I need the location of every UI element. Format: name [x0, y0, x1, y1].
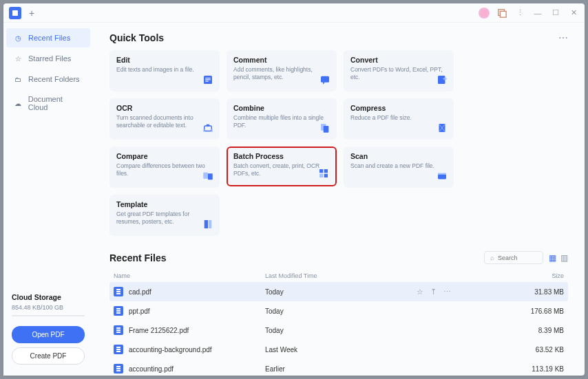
quick-tools-header: Quick Tools ⋯	[109, 32, 568, 43]
col-size: Size	[516, 272, 564, 279]
pdf-file-icon	[114, 364, 123, 373]
svg-rect-4	[205, 79, 211, 80]
file-name: cad.pdf	[129, 288, 151, 296]
search-input[interactable]	[498, 255, 537, 261]
titlebar: + ⋮ — ☐ ✕	[3, 3, 585, 23]
file-list: cad.pdfToday☆⤒⋯31.83 MBppt.pdfToday176.6…	[109, 282, 568, 376]
main-content: Quick Tools ⋯ EditEdit texts and images …	[93, 23, 585, 376]
create-pdf-button[interactable]: Create PDF	[12, 347, 85, 365]
tool-edit[interactable]: EditEdit texts and images in a file.	[109, 50, 220, 91]
body: ◷ Recent Files ☆ Starred Files 🗀 Recent …	[3, 23, 585, 376]
recent-controls: ⌕ ▦ ▥	[484, 251, 568, 264]
tool-combine[interactable]: CombineCombine multiple files into a sin…	[227, 98, 337, 140]
sidebar-item-recent-folders[interactable]: 🗀 Recent Folders	[6, 69, 90, 89]
avatar-icon[interactable]	[479, 8, 490, 19]
tool-convert[interactable]: ConvertConvert PDFs to Word, Excel, PPT,…	[344, 50, 454, 91]
svg-rect-15	[324, 169, 328, 173]
sidebar-bottom: Cloud Storage 854.48 KB/100 GB Open PDF …	[3, 286, 93, 376]
svg-rect-13	[208, 173, 213, 180]
list-view-icon[interactable]: ▦	[549, 253, 556, 263]
file-row[interactable]: Frame 2125622.pdfToday8.39 MB	[109, 321, 568, 340]
tool-comment[interactable]: CommentAdd comments, like highlights, pe…	[227, 50, 337, 91]
tool-compare[interactable]: CompareCompare differences between two f…	[109, 147, 220, 188]
file-row[interactable]: accounting.pdfEarlier113.19 KB	[109, 359, 568, 376]
sidebar-item-document-cloud[interactable]: ☁ Document Cloud	[6, 90, 90, 116]
file-time: Today	[265, 288, 417, 296]
pdf-file-icon	[114, 306, 123, 316]
svg-rect-18	[438, 174, 446, 180]
svg-rect-11	[324, 126, 329, 133]
file-row[interactable]: accounting-background.pdfLast Week63.52 …	[109, 340, 568, 359]
file-time: Earlier	[265, 365, 417, 373]
quick-tools-title: Quick Tools	[109, 32, 164, 43]
tool-desc: Batch convert, create, print, OCR PDFs, …	[233, 162, 330, 177]
tool-batch-process[interactable]: Batch ProcessBatch convert, create, prin…	[227, 147, 337, 186]
tool-title: Edit	[116, 56, 213, 64]
sidebar-item-starred-files[interactable]: ☆ Starred Files	[6, 49, 90, 68]
tool-icon	[202, 74, 214, 86]
tool-desc: Reduce a PDF file size.	[350, 114, 447, 122]
star-icon[interactable]: ☆	[417, 288, 423, 296]
search-box[interactable]: ⌕	[484, 251, 543, 264]
tool-title: Combine	[233, 104, 330, 112]
tool-scan[interactable]: ScanScan and create a new PDF file.	[344, 147, 454, 188]
svg-rect-5	[205, 81, 209, 82]
tool-desc: Scan and create a new PDF file.	[350, 162, 447, 170]
recent-files-header: Recent Files ⌕ ▦ ▥	[109, 251, 568, 264]
folder-icon: 🗀	[13, 74, 23, 84]
svg-rect-12	[203, 173, 208, 179]
file-size: 63.52 KB	[516, 346, 564, 354]
menu-icon[interactable]: ⋮	[514, 8, 525, 19]
file-name: ppt.pdf	[129, 307, 150, 315]
notification-icon[interactable]	[496, 8, 507, 19]
svg-rect-7	[438, 76, 445, 84]
file-row[interactable]: cad.pdfToday☆⤒⋯31.83 MB	[109, 282, 568, 301]
tool-icon	[319, 122, 331, 134]
star-icon: ☆	[13, 54, 23, 63]
file-time: Today	[265, 327, 417, 334]
tool-template[interactable]: TemplateGet great PDF templates for resu…	[109, 195, 220, 236]
tool-ocr[interactable]: OCRTurn scanned documents into searchabl…	[109, 98, 220, 140]
tool-icon	[202, 170, 214, 182]
cloud-icon: ☁	[13, 98, 23, 108]
tool-desc: Add comments, like highlights, pencil, s…	[233, 66, 330, 81]
file-row[interactable]: ppt.pdfToday176.68 MB	[109, 301, 568, 321]
pin-icon[interactable]: ⤒	[430, 288, 437, 296]
sidebar-item-label: Recent Folders	[28, 75, 80, 83]
recent-files-title: Recent Files	[109, 252, 166, 263]
svg-rect-17	[324, 174, 328, 177]
open-pdf-button[interactable]: Open PDF	[12, 326, 85, 343]
col-name: Name	[114, 272, 265, 279]
tool-desc: Turn scanned documents into searchable o…	[116, 114, 213, 129]
file-time: Today	[265, 307, 417, 315]
more-icon[interactable]: ⋯	[443, 288, 451, 296]
maximize-button[interactable]: ☐	[550, 8, 561, 19]
tool-icon	[319, 74, 331, 86]
nav-list: ◷ Recent Files ☆ Starred Files 🗀 Recent …	[3, 23, 93, 123]
more-icon[interactable]: ⋯	[558, 32, 568, 43]
tool-icon	[202, 218, 214, 230]
minimize-button[interactable]: —	[532, 8, 543, 19]
tool-desc: Edit texts and images in a file.	[116, 66, 213, 74]
row-actions: ☆⤒⋯	[417, 288, 516, 296]
sidebar-item-label: Recent Files	[28, 34, 70, 42]
list-header: Name Last Modified Time Size	[109, 270, 568, 282]
file-size: 8.39 MB	[516, 327, 564, 334]
file-name: Frame 2125622.pdf	[129, 327, 189, 334]
svg-rect-19	[438, 173, 446, 175]
cloud-storage-usage: 854.48 KB/100 GB	[12, 304, 85, 311]
tool-title: Compress	[350, 104, 447, 112]
close-button[interactable]: ✕	[568, 8, 579, 19]
grid-view-icon[interactable]: ▥	[560, 253, 568, 263]
sidebar-item-recent-files[interactable]: ◷ Recent Files	[6, 28, 90, 47]
tool-compress[interactable]: CompressReduce a PDF file size.	[344, 98, 454, 140]
sidebar: ◷ Recent Files ☆ Starred Files 🗀 Recent …	[3, 23, 93, 376]
col-time: Last Modified Time	[265, 272, 417, 279]
tool-title: Compare	[116, 152, 213, 160]
tool-title: Convert	[350, 56, 447, 64]
new-tab-button[interactable]: +	[25, 7, 38, 19]
svg-rect-3	[205, 78, 211, 78]
file-name: accounting.pdf	[129, 365, 174, 373]
tool-icon	[317, 167, 330, 180]
view-toggle: ▦ ▥	[549, 253, 568, 263]
